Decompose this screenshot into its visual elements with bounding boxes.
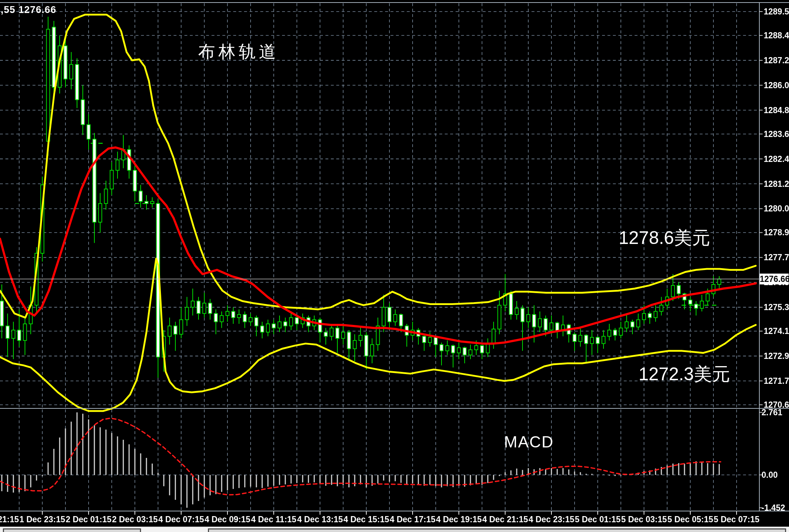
price-axis-label: 1284.80: [764, 105, 789, 115]
chart-canvas[interactable]: [0, 0, 789, 532]
price-axis-label: 1289.55: [764, 7, 789, 17]
price-axis-label: 1282.45: [764, 154, 789, 164]
current-price-box: 1276.66: [760, 274, 789, 284]
time-axis-label: 5 Dec 07:15: [708, 515, 765, 524]
macd-annotation: MACD: [504, 433, 554, 451]
price-axis-label: 1281.25: [764, 179, 789, 189]
price-axis-label: 1278.90: [764, 227, 789, 237]
taskbar-box-right[interactable]: [208, 528, 786, 532]
lower-price-annotation: 1272.3美元: [639, 362, 730, 386]
price-axis-label: 1283.65: [764, 129, 789, 139]
price-axis-label: 1288.40: [764, 30, 789, 40]
price-axis-label: 1287.20: [764, 55, 789, 65]
macd-axis-label: 2.761: [762, 407, 782, 417]
macd-axis-label: -1.452: [762, 503, 785, 513]
info-readout: 6,55 1276.66: [0, 4, 56, 16]
bottom-strip: [0, 527, 789, 532]
mt4-chart-window: 6,55 1276.66 布林轨道 1278.6美元 1272.3美元 MACD…: [0, 0, 789, 532]
price-axis-label: 1274.15: [764, 326, 789, 336]
price-axis-label: 1272.95: [764, 351, 789, 361]
macd-axis-label: 0.00: [762, 470, 778, 480]
price-axis-label: 1286.00: [764, 80, 789, 90]
bollinger-annotation: 布林轨道: [198, 40, 279, 63]
upper-price-annotation: 1278.6美元: [619, 226, 710, 250]
price-axis-label: 1275.30: [764, 302, 789, 312]
price-axis-label: 1280.05: [764, 203, 789, 214]
price-axis-label: 1277.70: [764, 252, 789, 262]
taskbar-box-left[interactable]: [3, 528, 141, 532]
price-axis-label: 1271.75: [764, 376, 789, 386]
